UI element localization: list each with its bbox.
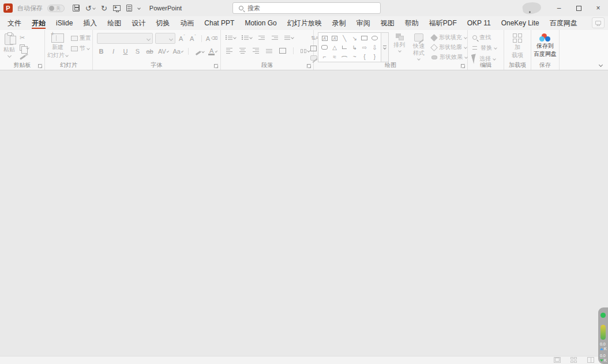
decrease-font-size-button[interactable]: Aˇ [189, 34, 197, 43]
collapse-ribbon-chevron-icon[interactable] [599, 63, 603, 67]
new-slide-button[interactable]: 新建 幻灯片 [47, 31, 68, 61]
elbow-arrow-connector-icon[interactable]: ↳ [350, 43, 359, 52]
start-slideshow-icon[interactable] [113, 5, 121, 11]
italic-button[interactable]: I [109, 47, 118, 56]
find-button[interactable]: 查找 [472, 33, 504, 42]
paragraph-dialog-launcher[interactable] [307, 64, 311, 68]
align-center-button[interactable] [238, 46, 247, 55]
align-left-button[interactable] [225, 46, 234, 55]
save-to-baidu-netdisk-button[interactable]: 保存到 百度网盘 [534, 31, 557, 61]
change-case-button[interactable]: Aa [172, 47, 183, 56]
text-shadow-button[interactable]: S [133, 47, 142, 56]
tab-help[interactable]: 帮助 [400, 16, 424, 30]
elbow-connector-icon[interactable] [342, 46, 347, 49]
increase-font-size-button[interactable]: Aˆ [178, 34, 186, 43]
replace-button[interactable]: 替换 [472, 44, 504, 52]
distribute-button[interactable] [278, 46, 287, 55]
chevron-down-icon[interactable] [92, 6, 96, 10]
columns-button[interactable] [300, 46, 310, 55]
tab-foxitpdf[interactable]: 福昕PDF [424, 16, 462, 30]
tab-view[interactable]: 视图 [376, 16, 400, 30]
more-shapes-button[interactable] [381, 32, 389, 62]
tab-islide[interactable]: iSlide [51, 16, 78, 30]
arrow-line-shape-icon[interactable]: ↘ [350, 33, 359, 43]
redo-icon[interactable]: ↻ [101, 5, 107, 12]
section-button[interactable]: 节 [71, 44, 91, 52]
rounded-rectangle-shape-icon[interactable] [321, 45, 328, 50]
character-spacing-button[interactable]: AV [157, 47, 168, 56]
search-box[interactable] [232, 2, 381, 14]
minimize-button[interactable]: – [549, 0, 569, 16]
vertical-text-box-icon[interactable]: A [332, 36, 337, 41]
scribble-shape-icon[interactable]: ≈ [329, 52, 339, 61]
text-box-icon[interactable]: A [322, 36, 328, 41]
normal-view-button[interactable] [554, 357, 561, 363]
bullets-button[interactable] [225, 33, 237, 42]
tab-baidunetdisk[interactable]: 百度网盘 [545, 16, 583, 30]
tab-onekeylite[interactable]: OneKey Lite [496, 16, 545, 30]
tab-home[interactable]: 开始 [27, 16, 51, 30]
print-preview-icon[interactable] [126, 5, 132, 12]
clear-formatting-button[interactable]: A⌫ [206, 34, 217, 43]
justify-button[interactable] [265, 46, 273, 55]
font-color-button[interactable]: A [208, 47, 217, 56]
decrease-indent-button[interactable] [257, 33, 266, 42]
triangle-shape-icon[interactable]: △ [329, 43, 339, 52]
save-icon[interactable] [73, 5, 80, 12]
tab-chatppt[interactable]: Chat PPT [199, 16, 239, 30]
reset-button[interactable]: 重置 [71, 34, 91, 42]
tab-slideshow[interactable]: 幻灯片放映 [282, 16, 327, 30]
font-dialog-launcher[interactable] [214, 64, 218, 68]
format-painter-button[interactable] [20, 54, 29, 61]
tab-record[interactable]: 录制 [327, 16, 351, 30]
freeform-shape-icon[interactable]: ⌐ [320, 52, 329, 61]
tab-motiongo[interactable]: Motion Go [239, 16, 282, 30]
reading-view-button[interactable] [587, 357, 594, 363]
paste-button[interactable]: 粘贴 [3, 31, 15, 61]
quick-access-toolbar-chevron-icon[interactable] [137, 6, 141, 10]
highlight-color-button[interactable] [194, 47, 204, 56]
tab-transitions[interactable]: 切换 [151, 16, 175, 30]
arrange-button[interactable]: 排列 [393, 31, 406, 61]
tab-review[interactable]: 审阅 [351, 16, 376, 30]
search-input[interactable] [247, 5, 351, 12]
copy-button[interactable] [20, 44, 29, 51]
addins-button[interactable]: 加 载项 [512, 31, 523, 61]
tab-insert[interactable]: 插入 [78, 16, 102, 30]
tab-animations[interactable]: 动画 [175, 16, 199, 30]
cut-button[interactable]: ✂ [20, 34, 29, 42]
left-brace-shape-icon[interactable]: { [359, 52, 369, 61]
right-arrow-shape-icon[interactable]: ⇨ [359, 43, 369, 52]
close-button[interactable]: × [588, 0, 608, 16]
shape-effects-button[interactable]: 形状效果 [431, 53, 467, 61]
underline-button[interactable]: U [121, 47, 130, 56]
autosave-toggle[interactable]: 关 [47, 5, 65, 12]
font-name-combobox[interactable] [97, 33, 153, 44]
align-right-button[interactable] [252, 46, 260, 55]
shape-fill-button[interactable]: 形状填充 [431, 33, 467, 42]
slide-canvas-empty[interactable] [0, 71, 608, 356]
bold-button[interactable]: B [97, 47, 106, 56]
curve-shape-icon[interactable]: ~ [350, 52, 359, 61]
arc-shape-icon[interactable]: ( [340, 51, 349, 61]
maximize-button[interactable] [569, 0, 588, 16]
line-spacing-button[interactable] [284, 33, 294, 42]
clipboard-dialog-launcher[interactable] [38, 64, 42, 68]
tab-design[interactable]: 设计 [126, 16, 151, 30]
comments-button[interactable] [592, 17, 605, 28]
tab-draw[interactable]: 绘图 [102, 16, 126, 30]
quick-styles-button[interactable]: 快速样式 [410, 31, 427, 61]
rectangle-shape-icon[interactable] [361, 36, 367, 40]
network-monitor-widget[interactable]: 0.0 K 0.0 K [598, 307, 608, 364]
line-shape-icon[interactable]: ╲ [340, 33, 350, 43]
strikethrough-button[interactable]: ab [145, 47, 154, 56]
slide-sorter-view-button[interactable] [571, 357, 577, 363]
oval-shape-icon[interactable] [371, 36, 378, 40]
shapes-gallery[interactable]: A A ╲ ↘ △ ↳ ⇨ ⇩ ⌐ ≈ ( [318, 32, 381, 62]
drawing-dialog-launcher[interactable] [461, 64, 465, 68]
increase-indent-button[interactable] [271, 33, 279, 42]
font-size-combobox[interactable] [155, 33, 175, 44]
tab-file[interactable]: 文件 [2, 16, 27, 30]
tab-okp11[interactable]: OKP 11 [462, 16, 496, 30]
down-arrow-shape-icon[interactable]: ⇩ [370, 43, 380, 52]
